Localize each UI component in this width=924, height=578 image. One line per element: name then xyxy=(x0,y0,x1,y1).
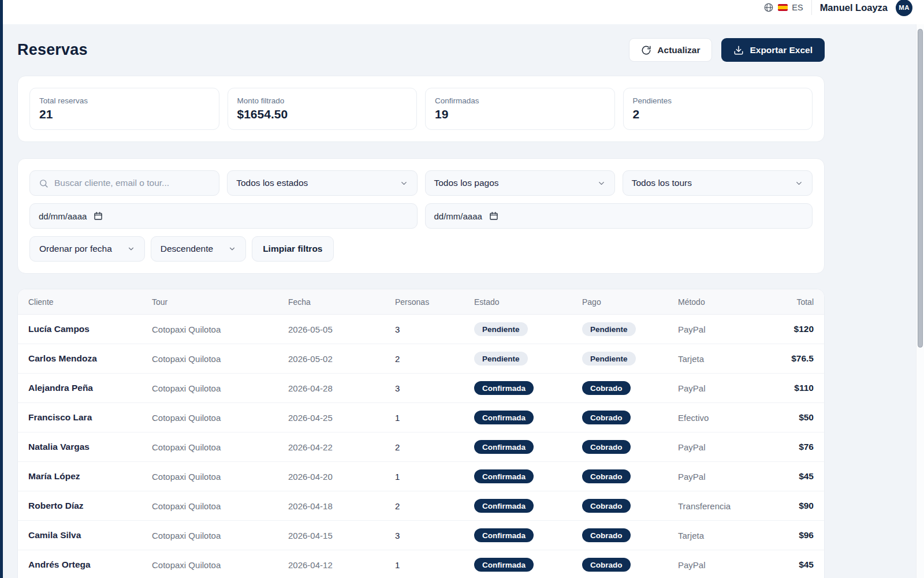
cell-fecha: 2026-04-20 xyxy=(288,472,395,482)
table-header-row: Cliente Tour Fecha Personas Estado Pago … xyxy=(18,289,824,315)
estado-badge: Confirmada xyxy=(474,499,534,513)
download-icon xyxy=(733,45,744,55)
cell-tour: Cotopaxi Quilotoa xyxy=(152,325,288,334)
cell-personas: 1 xyxy=(395,472,474,482)
stats-panel: Total reservas 21 Monto filtrado $1654.5… xyxy=(17,76,825,142)
sort-direction-select[interactable]: Descendente xyxy=(151,236,246,262)
search-field[interactable] xyxy=(29,170,219,196)
cell-total: $50 xyxy=(765,412,814,423)
cell-metodo: Transferencia xyxy=(678,501,765,511)
topbar-divider xyxy=(811,0,812,15)
cell-tour: Cotopaxi Quilotoa xyxy=(152,501,288,511)
date-from-field[interactable]: dd/mm/aaaa xyxy=(29,203,418,229)
cell-total: $76.5 xyxy=(765,353,814,364)
table-row: Francisco LaraCotopaxi Quilotoa2026-04-2… xyxy=(18,403,824,432)
table-row: Andrés OrtegaCotopaxi Quilotoa2026-04-12… xyxy=(18,550,824,578)
col-header-pago: Pago xyxy=(582,297,678,307)
cell-metodo: PayPal xyxy=(678,325,765,334)
cell-metodo: PayPal xyxy=(678,472,765,482)
date-to-field[interactable]: dd/mm/aaaa xyxy=(425,203,813,229)
cell-fecha: 2026-04-25 xyxy=(288,413,395,423)
chevron-down-icon xyxy=(597,179,606,188)
scrollbar-track[interactable] xyxy=(916,24,924,578)
topbar: ES Manuel Loayza MA xyxy=(3,0,924,24)
reservations-table: Cliente Tour Fecha Personas Estado Pago … xyxy=(17,289,825,578)
pago-badge: Pendiente xyxy=(582,352,636,366)
cell-cliente: Francisco Lara xyxy=(28,412,152,423)
calendar-icon[interactable] xyxy=(489,211,498,221)
cell-pago: Pendiente xyxy=(582,322,678,336)
stat-value: 19 xyxy=(435,107,605,121)
clear-filters-button[interactable]: Limpiar filtros xyxy=(252,236,333,262)
payment-select[interactable]: Todos los pagos xyxy=(425,170,615,196)
main-content: Reservas Actualizar Exportar Excel xyxy=(17,38,825,578)
cell-tour: Cotopaxi Quilotoa xyxy=(152,560,288,570)
search-input[interactable] xyxy=(54,178,210,188)
cell-fecha: 2026-04-28 xyxy=(288,383,395,393)
chevron-down-icon xyxy=(400,179,408,188)
cell-estado: Confirmada xyxy=(474,411,582,424)
cell-fecha: 2026-04-18 xyxy=(288,501,395,511)
stat-label: Total reservas xyxy=(39,96,210,105)
cell-cliente: Natalia Vargas xyxy=(28,442,152,452)
cell-pago: Cobrado xyxy=(582,440,678,454)
cell-total: $96 xyxy=(765,530,814,540)
cell-estado: Confirmada xyxy=(474,499,582,513)
estado-badge: Confirmada xyxy=(474,440,534,454)
cell-total: $45 xyxy=(765,471,814,482)
status-select[interactable]: Todos los estados xyxy=(227,170,417,196)
stat-label: Confirmadas xyxy=(435,96,605,105)
table-body: Lucía CamposCotopaxi Quilotoa2026-05-053… xyxy=(18,315,824,578)
cell-pago: Cobrado xyxy=(582,528,678,542)
cell-personas: 3 xyxy=(395,531,474,540)
refresh-button[interactable]: Actualizar xyxy=(629,38,712,62)
cell-personas: 2 xyxy=(395,354,474,364)
user-menu[interactable]: Manuel Loayza xyxy=(820,2,888,13)
cell-cliente: María López xyxy=(28,471,152,482)
cell-personas: 1 xyxy=(395,413,474,423)
cell-estado: Pendiente xyxy=(474,322,582,336)
calendar-icon[interactable] xyxy=(94,211,103,221)
col-header-fecha: Fecha xyxy=(288,297,395,307)
chevron-down-icon xyxy=(127,245,135,253)
stat-card-monto-filtrado: Monto filtrado $1654.50 xyxy=(228,88,418,130)
stat-label: Monto filtrado xyxy=(237,96,408,105)
sort-by-select[interactable]: Ordenar por fecha xyxy=(29,236,145,262)
estado-badge: Confirmada xyxy=(474,381,534,395)
estado-badge: Confirmada xyxy=(474,528,534,542)
cell-metodo: Efectivo xyxy=(678,413,765,423)
stat-card-total-reservas: Total reservas 21 xyxy=(29,88,219,130)
estado-badge: Confirmada xyxy=(474,411,534,424)
cell-fecha: 2026-04-22 xyxy=(288,442,395,452)
spain-flag-icon xyxy=(778,4,788,11)
export-excel-button[interactable]: Exportar Excel xyxy=(721,38,825,62)
cell-personas: 2 xyxy=(395,442,474,452)
cell-tour: Cotopaxi Quilotoa xyxy=(152,413,288,423)
cell-personas: 3 xyxy=(395,383,474,393)
chevron-down-icon xyxy=(795,179,803,188)
table-row: Lucía CamposCotopaxi Quilotoa2026-05-053… xyxy=(18,315,824,344)
cell-cliente: Camila Silva xyxy=(28,530,152,540)
col-header-cliente: Cliente xyxy=(28,297,152,307)
scrollbar-thumb[interactable] xyxy=(918,29,923,348)
table-row: Carlos MendozaCotopaxi Quilotoa2026-05-0… xyxy=(18,344,824,374)
cell-pago: Cobrado xyxy=(582,411,678,424)
tour-select[interactable]: Todos los tours xyxy=(623,170,813,196)
table-row: Roberto DíazCotopaxi Quilotoa2026-04-182… xyxy=(18,491,824,521)
table-row: Camila SilvaCotopaxi Quilotoa2026-04-153… xyxy=(18,521,824,550)
avatar[interactable]: MA xyxy=(896,0,912,16)
stat-value: $1654.50 xyxy=(237,107,408,121)
pago-badge: Cobrado xyxy=(582,411,631,424)
globe-icon xyxy=(763,2,774,13)
stat-value: 21 xyxy=(39,107,210,121)
cell-estado: Confirmada xyxy=(474,528,582,542)
cell-personas: 2 xyxy=(395,501,474,511)
estado-badge: Pendiente xyxy=(474,352,528,366)
cell-pago: Pendiente xyxy=(582,352,678,366)
cell-fecha: 2026-05-05 xyxy=(288,325,395,334)
cell-pago: Cobrado xyxy=(582,558,678,572)
page-title: Reservas xyxy=(17,41,88,59)
language-switcher[interactable]: ES xyxy=(763,2,803,13)
pago-badge: Cobrado xyxy=(582,469,631,483)
col-header-personas: Personas xyxy=(395,297,474,307)
